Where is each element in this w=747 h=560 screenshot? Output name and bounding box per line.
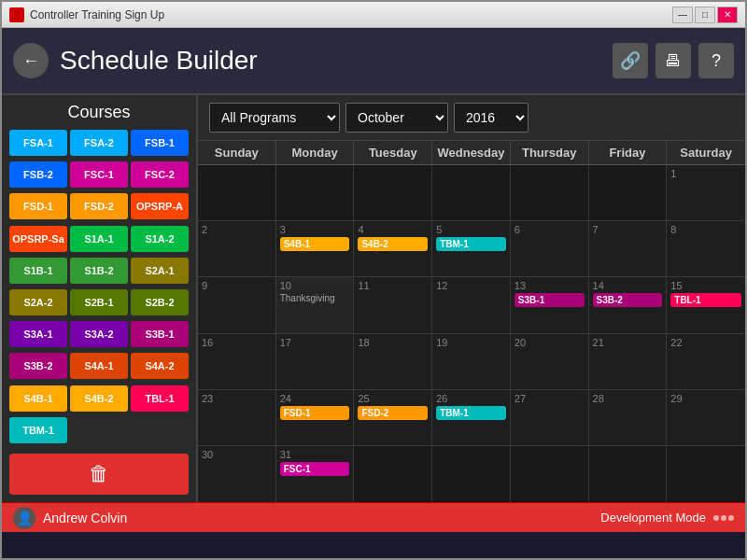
calendar-day[interactable]: 8 — [667, 221, 745, 276]
calendar-day[interactable] — [667, 446, 745, 502]
course-tag-s4a-1[interactable]: S4A-1 — [70, 353, 128, 379]
course-tag-s4a-2[interactable]: S4A-2 — [131, 353, 189, 379]
calendar-day[interactable] — [276, 165, 355, 220]
course-tag-fsb-1[interactable]: FSB-1 — [131, 130, 189, 156]
course-tag-s2a-2[interactable]: S2A-2 — [9, 289, 67, 315]
year-select[interactable]: 20142015201620172018 — [454, 103, 529, 133]
minimize-button[interactable]: — — [672, 7, 693, 23]
calendar-day[interactable]: 24FSD-1 — [276, 390, 355, 445]
calendar-event-tbm-1[interactable]: TBM-1 — [436, 237, 506, 251]
calendar-day[interactable]: 21 — [589, 334, 668, 389]
course-tag-s3a-1[interactable]: S3A-1 — [9, 321, 67, 347]
course-tag-s1a-1[interactable]: S1A-1 — [70, 226, 128, 252]
day-number: 19 — [436, 337, 506, 348]
calendar-day[interactable]: 3S4B-1 — [276, 221, 355, 276]
calendar-event-s3b-1[interactable]: S3B-1 — [514, 293, 585, 307]
calendar-event-fsd-1[interactable]: FSD-1 — [280, 406, 350, 420]
calendar-day[interactable] — [511, 165, 589, 220]
calendar-event-s4b-1[interactable]: S4B-1 — [280, 237, 350, 251]
course-tag-s1b-2[interactable]: S1B-2 — [70, 258, 128, 284]
course-tag-fsd-2[interactable]: FSD-2 — [70, 193, 128, 219]
help-icon-button[interactable]: ? — [698, 43, 734, 78]
calendar-day[interactable]: 7 — [589, 221, 668, 276]
course-tag-s3b-2[interactable]: S3B-2 — [9, 353, 67, 379]
calendar-event-s4b-2[interactable]: S4B-2 — [358, 237, 428, 251]
program-select[interactable]: All ProgramsProgram AProgram B — [209, 103, 340, 133]
calendar-day[interactable]: 11 — [354, 277, 432, 332]
calendar-day[interactable]: 25FSD-2 — [354, 390, 432, 445]
calendar-day[interactable]: 26TBM-1 — [432, 390, 511, 445]
calendar-day[interactable] — [511, 446, 589, 502]
calendar-day[interactable]: 6 — [511, 221, 589, 276]
user-avatar: 👤 — [13, 507, 35, 529]
month-select[interactable]: JanuaryFebruaryMarchAprilMayJuneJulyAugu… — [345, 103, 448, 133]
day-number: 24 — [280, 393, 350, 404]
app-title: Controller Training Sign Up — [30, 8, 672, 21]
course-tag-fsc-2[interactable]: FSC-2 — [131, 161, 189, 188]
calendar-day[interactable] — [354, 446, 432, 502]
calendar-day[interactable]: 12 — [432, 277, 511, 332]
course-tag-opsrp-sa[interactable]: OPSRP-Sa — [9, 226, 67, 252]
course-tag-fsb-2[interactable]: FSB-2 — [9, 161, 67, 188]
course-tag-s1b-1[interactable]: S1B-1 — [9, 258, 67, 284]
calendar-day[interactable] — [432, 165, 511, 220]
course-tag-s2b-2[interactable]: S2B-2 — [131, 289, 189, 315]
calendar-day[interactable]: 13S3B-1 — [511, 277, 589, 332]
calendar-day[interactable]: 14S3B-2 — [589, 277, 668, 332]
calendar-day[interactable]: 23 — [198, 390, 276, 445]
course-tag-s2b-1[interactable]: S2B-1 — [70, 289, 128, 315]
course-tag-fsa-1[interactable]: FSA-1 — [9, 130, 67, 156]
calendar-event-s3b-2[interactable]: S3B-2 — [593, 293, 663, 307]
calendar-day[interactable]: 28 — [589, 390, 668, 445]
course-tag-fsa-2[interactable]: FSA-2 — [70, 130, 128, 156]
course-tag-fsd-1[interactable]: FSD-1 — [9, 193, 67, 219]
calendar-day[interactable]: 29 — [667, 390, 745, 445]
calendar-day[interactable] — [354, 165, 432, 220]
calendar-day[interactable]: 10Thanksgiving — [276, 277, 355, 332]
calendar-day[interactable]: 5TBM-1 — [432, 221, 511, 276]
calendar-event-tbl-1[interactable]: TBL-1 — [670, 293, 741, 307]
link-icon-button[interactable]: 🔗 — [613, 43, 648, 78]
back-button[interactable]: ← — [13, 43, 49, 78]
day-number: 22 — [670, 337, 741, 348]
calendar-day[interactable]: 18 — [354, 334, 432, 389]
course-tag-s3a-2[interactable]: S3A-2 — [70, 321, 128, 347]
calendar: SundayMondayTuesdayWednesdayThursdayFrid… — [198, 141, 745, 502]
calendar-day[interactable]: 16 — [198, 334, 276, 389]
close-button[interactable]: ✕ — [717, 7, 738, 23]
course-tag-s4b-2[interactable]: S4B-2 — [70, 385, 128, 412]
delete-button[interactable]: 🗑 — [9, 454, 189, 495]
day-number: 31 — [280, 449, 350, 460]
calendar-day[interactable]: 1 — [667, 165, 745, 220]
calendar-day[interactable]: 31FSC-1 — [276, 446, 355, 502]
course-tag-s4b-1[interactable]: S4B-1 — [9, 385, 67, 412]
calendar-week-4: 2324FSD-125FSD-226TBM-1272829 — [198, 390, 745, 446]
course-tag-s1a-2[interactable]: S1A-2 — [131, 226, 189, 252]
calendar-day[interactable]: 20 — [511, 334, 589, 389]
day-number: 21 — [593, 337, 663, 348]
calendar-day[interactable]: 17 — [276, 334, 355, 389]
calendar-day[interactable]: 27 — [511, 390, 589, 445]
calendar-day[interactable] — [589, 446, 668, 502]
calendar-day[interactable] — [432, 446, 511, 502]
calendar-day[interactable] — [589, 165, 668, 220]
calendar-day[interactable] — [198, 165, 276, 220]
calendar-day[interactable]: 2 — [198, 221, 276, 276]
calendar-day[interactable]: 30 — [198, 446, 276, 502]
calendar-event-tbm-1[interactable]: TBM-1 — [436, 406, 506, 420]
course-tag-tbl-1[interactable]: TBL-1 — [131, 385, 189, 412]
calendar-day[interactable]: 22 — [667, 334, 745, 389]
course-tag-s2a-1[interactable]: S2A-1 — [131, 258, 189, 284]
calendar-event-fsc-1[interactable]: FSC-1 — [280, 462, 350, 476]
calendar-day[interactable]: 4S4B-2 — [354, 221, 432, 276]
maximize-button[interactable]: □ — [695, 7, 715, 23]
course-tag-fsc-1[interactable]: FSC-1 — [70, 161, 128, 188]
course-tag-s3b-1[interactable]: S3B-1 — [131, 321, 189, 347]
print-icon-button[interactable]: 🖶 — [655, 43, 691, 78]
course-tag-tbm-1[interactable]: TBM-1 — [9, 417, 67, 443]
calendar-day[interactable]: 9 — [198, 277, 276, 332]
calendar-event-fsd-2[interactable]: FSD-2 — [358, 406, 428, 420]
course-tag-opsrp-a[interactable]: OPSRP-A — [131, 193, 189, 219]
calendar-day[interactable]: 19 — [432, 334, 511, 389]
calendar-day[interactable]: 15TBL-1 — [667, 277, 745, 332]
